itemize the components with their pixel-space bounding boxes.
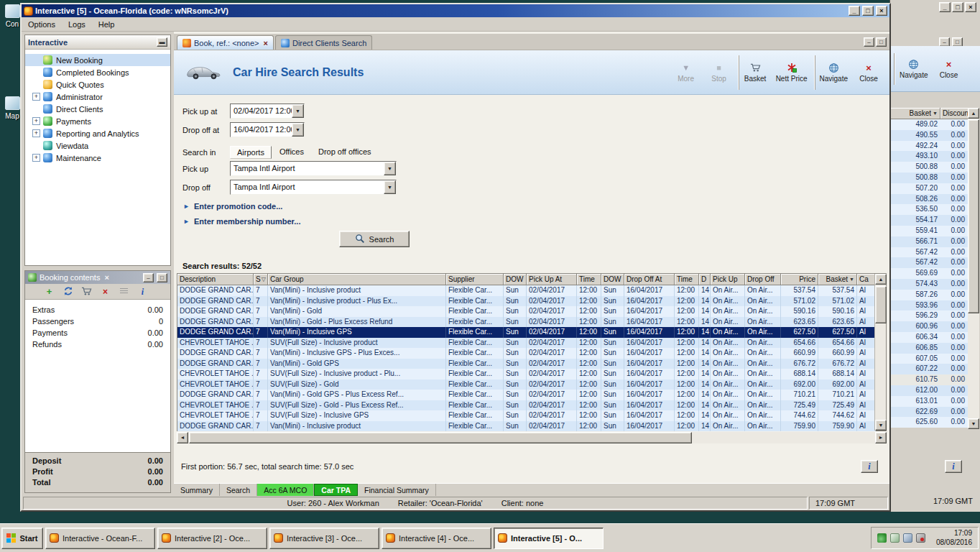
column-header-dow2[interactable]: DOW [601,274,624,285]
basket-row[interactable]: 554.17 0.00 [890,215,968,226]
bottom-tab[interactable]: Financial Summary [358,484,436,496]
maximize-button[interactable]: □ [862,6,874,16]
taskbar-item[interactable]: Interactive [4] - Oce... [382,528,491,549]
column-header-dropoff_time[interactable]: Time [675,274,699,285]
column-header-supplier[interactable]: Supplier [446,274,504,285]
close-button[interactable]: × Close [852,55,885,90]
basket-row[interactable]: 508.26 0.00 [890,194,968,205]
sidebar-item[interactable]: + Administrator [25,91,170,103]
basket-row[interactable]: 606.85 0.00 [890,343,968,354]
column-header-description[interactable]: Description [177,274,254,285]
dropdown-icon[interactable]: ▼ [384,162,396,175]
result-row[interactable]: CHEVROLET TAHOE ...7SUV(Full Size) - Inc… [177,410,876,421]
basket-row[interactable]: 493.10 0.00 [890,151,968,162]
tray-icon[interactable] [916,533,925,543]
search-in-tab[interactable]: Airports [230,146,272,159]
basket-row[interactable]: 607.22 0.00 [890,364,968,374]
scroll-thumb[interactable] [968,119,979,313]
result-row[interactable]: DODGE GRAND CAR...7Van(Mini) - Inclusive… [177,285,876,296]
column-header-basket[interactable]: Basket ▼ [890,108,940,119]
tray-icon[interactable] [890,533,900,543]
booking-contents-row[interactable]: Payments 0.00 [25,327,170,339]
column-header-pickup_loc[interactable]: Pick Up [711,274,745,285]
panel-restore-button[interactable]: □ [157,273,167,282]
sidebar-item[interactable]: + Payments [25,115,170,127]
close-button[interactable]: × [876,6,887,16]
column-header-pickup_date[interactable]: Pick Up At [527,274,577,285]
panel-restore-button[interactable]: □ [876,37,887,47]
membership-number-expander[interactable]: ► Enter membership number... [183,216,300,226]
document-tab[interactable]: Book, ref.: <none> × [177,35,274,50]
nett-price-button[interactable]: Nett Price [772,55,812,90]
column-header-dropoff_loc[interactable]: Drop Off [745,274,781,285]
panel-collapse-button[interactable]: ▬ [157,37,167,47]
title-bar[interactable]: Interactive [5] - Ocean-Florida (code: w… [22,4,889,17]
search-button[interactable]: Search [339,231,410,247]
result-row[interactable]: CHEVROLET TAHOE ...7SUV(Full Size) - Inc… [177,338,876,349]
booking-contents-header[interactable]: Booking contents × – □ [25,271,170,284]
basket-row[interactable]: 500.88 0.00 [890,162,968,172]
expander-plus-icon[interactable]: + [32,93,40,101]
sidebar-item[interactable]: Quick Quotes [25,78,170,91]
minimize-button[interactable]: _ [849,6,860,16]
basket-row[interactable]: 559.41 0.00 [890,226,968,236]
basket-row[interactable]: 500.88 0.00 [890,172,968,183]
scrollbar-vertical[interactable]: ▲ ▼ [968,108,979,429]
basket-row[interactable]: 613.01 0.00 [890,396,968,407]
scrollbar-vertical[interactable]: ▲ ▼ [874,274,886,431]
stop-button[interactable]: ■ Stop [703,55,736,90]
menu-logs[interactable]: Logs [62,18,92,31]
pickup-value[interactable]: Tampa Intl Airport [231,162,384,175]
column-header-dow1[interactable]: DOW [504,274,527,285]
sidebar-item[interactable]: Viewdata [25,139,170,152]
result-row[interactable]: DODGE GRAND CAR...7Van(Mini) - Gold - Pl… [177,317,876,328]
scroll-left-icon[interactable]: ◄ [177,432,188,443]
sidebar-item[interactable]: New Booking [25,54,170,66]
column-header-dropoff_date[interactable]: Drop Off At [624,274,675,285]
scroll-up-icon[interactable]: ▲ [875,274,887,285]
basket-row[interactable]: 625.60 0.00 [890,417,968,428]
dropdown-icon[interactable]: ▼ [292,123,304,137]
basket-row[interactable]: 574.43 0.00 [890,279,968,290]
tab-close-icon[interactable]: × [103,273,110,282]
column-header-ca[interactable]: Ca [857,274,876,285]
bottom-tab[interactable]: Acc 6A MCO [257,484,314,496]
basket-row[interactable]: 566.71 0.00 [890,236,968,247]
expander-plus-icon[interactable]: + [32,117,40,125]
scroll-down-icon[interactable]: ▼ [968,418,979,429]
tab-close-icon[interactable]: × [262,39,268,47]
promotion-code-expander[interactable]: ► Enter promotion code... [183,201,282,211]
document-tab[interactable]: Direct Clients Search [275,35,372,50]
tray-icon[interactable] [903,533,912,543]
navigate-button[interactable]: Navigate [815,55,852,90]
result-row[interactable]: CHEVROLET TAHOE ...7SUV(Full Size) - Gol… [177,380,876,390]
column-header-pickup_time[interactable]: Time [577,274,601,285]
taskbar-item[interactable]: Interactive - Ocean-F... [45,528,155,549]
scroll-right-icon[interactable]: ► [875,432,887,443]
maximize-button[interactable]: □ [952,2,963,12]
expander-plus-icon[interactable]: + [32,154,40,162]
navigate-button[interactable]: Navigate [895,52,932,86]
scroll-thumb[interactable] [875,286,887,323]
taskbar-item[interactable]: Interactive [5] - O... [494,528,604,549]
basket-row[interactable]: 489.02 0.00 [890,119,968,130]
sidebar-item[interactable]: Completed Bookings [25,66,170,78]
basket-row[interactable]: 593.96 0.00 [890,300,968,311]
result-row[interactable]: DODGE GRAND CAR...7Van(Mini) - Inclusive… [177,348,876,359]
expander-plus-icon[interactable]: + [32,129,40,137]
column-header-price[interactable]: Price [781,274,818,285]
booking-contents-row[interactable]: Extras 0.00 [25,304,170,316]
close-button[interactable]: × [965,2,976,12]
dropoff-at-value[interactable]: 16/04/2017 12:00 [231,123,292,137]
column-header-discount[interactable]: Discount [940,108,969,119]
dropoff-combo[interactable]: Tampa Intl Airport ▼ [230,180,397,195]
result-row[interactable]: DODGE GRAND CAR...7Van(Mini) - Inclusive… [177,296,876,307]
tray-icon[interactable] [877,533,887,543]
search-in-tab[interactable]: Offices [273,146,310,159]
basket-row[interactable]: 596.29 0.00 [890,310,968,321]
basket-row[interactable]: 600.96 0.00 [890,321,968,332]
basket-row[interactable]: 567.42 0.00 [890,257,968,268]
result-row[interactable]: DODGE GRAND CAR...7Van(Mini) - Inclusive… [177,327,876,338]
scrollbar-horizontal[interactable]: ◄ ► [177,432,887,443]
basket-row[interactable]: 507.20 0.00 [890,183,968,194]
